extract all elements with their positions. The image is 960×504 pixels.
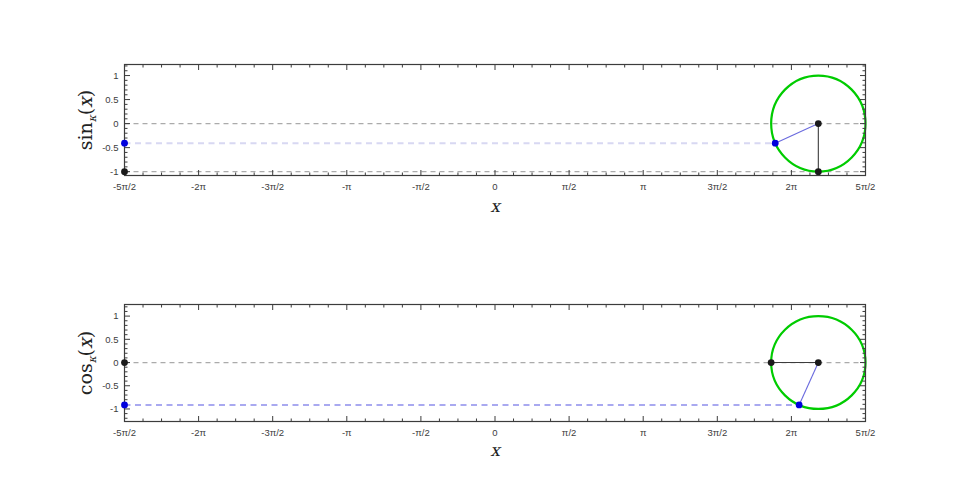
ylabel-cos: cosκ(x) xyxy=(74,331,99,395)
x-tick-label: -2π xyxy=(191,181,206,192)
ylabel-sin-sub: κ xyxy=(86,115,99,122)
xlabel-top-text: x xyxy=(490,196,500,216)
subplot-bottom: -5π/2-2π-3π/2-π-π/20π/2π3π/22π5π/2-1-0.5… xyxy=(102,305,875,438)
ylabel-cos-var: x xyxy=(74,338,96,349)
ylabel-sin: sinκ(x) xyxy=(74,90,99,151)
cos-point-on-circle xyxy=(768,359,775,366)
x-tick-label: π/2 xyxy=(562,427,576,438)
y-tick-label: -0.5 xyxy=(102,142,118,153)
y-tick-label: 0.5 xyxy=(105,334,118,345)
y-tick-label: 0.5 xyxy=(105,94,118,105)
plots-canvas: -5π/2-2π-3π/2-π-π/20π/2π3π/22π5π/2-1-0.5… xyxy=(0,0,960,504)
x-tick-label: -5π/2 xyxy=(113,181,136,192)
x-tick-label: 0 xyxy=(492,427,497,438)
x-tick-label: -2π xyxy=(191,427,206,438)
y-tick-label: 1 xyxy=(113,70,118,81)
ylabel-cos-sub: κ xyxy=(86,356,99,363)
x-tick-label: 2π xyxy=(785,181,797,192)
ylabel-cos-fn: cos xyxy=(74,363,96,395)
sin-value-marker xyxy=(121,168,128,175)
x-tick-label: -3π/2 xyxy=(261,427,284,438)
ylabel-sin-close: ) xyxy=(74,90,96,97)
ylabel-sin-fn: sin xyxy=(74,122,96,150)
y-tick-label: 1 xyxy=(113,310,118,321)
radius-segment xyxy=(775,124,818,144)
x-tick-label: -π xyxy=(342,427,352,438)
x-tick-label: -π xyxy=(342,181,352,192)
y-tick-label: -1 xyxy=(110,166,118,177)
y-tick-label: 0 xyxy=(113,357,118,368)
x-tick-label: 5π/2 xyxy=(856,181,876,192)
x-tick-label: 3π/2 xyxy=(707,181,727,192)
kappa-sin-point-on-circle xyxy=(772,140,779,147)
x-tick-label: 3π/2 xyxy=(707,427,727,438)
ylabel-cos-open: ( xyxy=(74,349,96,356)
ylabel-sin-var: x xyxy=(74,97,96,108)
subplot-top: -5π/2-2π-3π/2-π-π/20π/2π3π/22π5π/2-1-0.5… xyxy=(102,65,875,192)
ylabel-cos-close: ) xyxy=(74,331,96,338)
cos-value-marker xyxy=(121,359,128,366)
sin-point-on-circle xyxy=(815,168,822,175)
circle-center-point xyxy=(815,120,822,127)
x-tick-label: 0 xyxy=(492,181,497,192)
y-tick-label: 0 xyxy=(113,118,118,129)
radius-segment xyxy=(799,363,818,405)
kappa-sin-value-marker xyxy=(121,140,128,147)
x-tick-label: π/2 xyxy=(562,181,576,192)
figure: -5π/2-2π-3π/2-π-π/20π/2π3π/22π5π/2-1-0.5… xyxy=(0,0,960,504)
x-tick-label: -3π/2 xyxy=(261,181,284,192)
xlabel-bottom-text: x xyxy=(490,440,500,460)
axes-frame xyxy=(125,65,866,176)
kappa-cos-point-on-circle xyxy=(796,402,803,409)
x-tick-label: -π/2 xyxy=(412,181,430,192)
y-tick-label: -0.5 xyxy=(102,380,118,391)
xlabel-top: x xyxy=(490,196,500,216)
y-tick-label: -1 xyxy=(110,403,118,414)
x-tick-label: π xyxy=(640,427,647,438)
x-tick-label: 2π xyxy=(785,427,797,438)
ylabel-sin-open: ( xyxy=(74,108,96,115)
kappa-cos-value-marker xyxy=(121,402,128,409)
x-tick-label: -π/2 xyxy=(412,427,430,438)
x-tick-label: -5π/2 xyxy=(113,427,136,438)
xlabel-bottom: x xyxy=(490,440,500,460)
x-tick-label: 5π/2 xyxy=(856,427,876,438)
circle-center-point xyxy=(815,359,822,366)
x-tick-label: π xyxy=(640,181,647,192)
